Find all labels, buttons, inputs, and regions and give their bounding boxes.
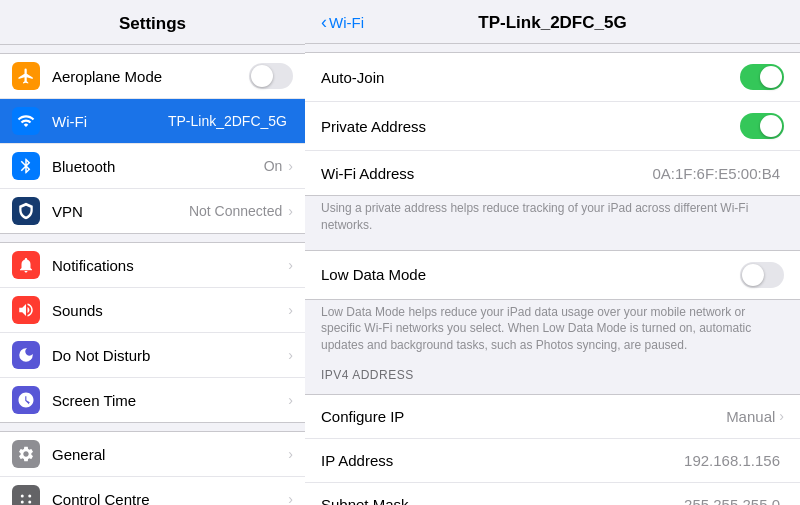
detail-row-lowdata[interactable]: Low Data Mode — [305, 251, 800, 299]
donotdisturb-chevron: › — [288, 347, 293, 363]
bluetooth-chevron: › — [288, 158, 293, 174]
settings-group-connectivity: Aeroplane Mode Wi-Fi TP-Link_2DFC_5G Blu… — [0, 53, 305, 234]
controlcentre-chevron: › — [288, 491, 293, 505]
autojoin-label: Auto-Join — [321, 69, 740, 86]
autojoin-toggle[interactable] — [740, 64, 784, 90]
back-label: Wi-Fi — [329, 14, 364, 31]
sidebar-item-wifi[interactable]: Wi-Fi TP-Link_2DFC_5G — [0, 99, 305, 144]
right-content: Auto-Join Private Address Wi-Fi Address … — [305, 44, 800, 505]
right-title: TP-Link_2DFC_5G — [478, 13, 626, 33]
subnetmask-label: Subnet Mask — [321, 496, 684, 505]
wifiaddress-desc: Using a private address helps reduce tra… — [305, 196, 800, 242]
svg-point-2 — [21, 501, 24, 504]
notifications-label: Notifications — [52, 257, 288, 274]
notifications-icon — [12, 251, 40, 279]
vpn-chevron: › — [288, 203, 293, 219]
aeroplane-icon — [12, 62, 40, 90]
wifi-icon — [12, 107, 40, 135]
back-button[interactable]: ‹ Wi-Fi — [321, 12, 364, 33]
sounds-label: Sounds — [52, 302, 288, 319]
detail-row-autojoin[interactable]: Auto-Join — [305, 53, 800, 102]
back-chevron-icon: ‹ — [321, 12, 327, 33]
svg-point-0 — [21, 495, 24, 498]
settings-title: Settings — [0, 0, 305, 45]
configureip-label: Configure IP — [321, 408, 726, 425]
controlcentre-label: Control Centre — [52, 491, 288, 506]
sidebar-item-donotdisturb[interactable]: Do Not Disturb › — [0, 333, 305, 378]
svg-point-1 — [28, 495, 31, 498]
sidebar-item-sounds[interactable]: Sounds › — [0, 288, 305, 333]
sounds-icon — [12, 296, 40, 324]
sidebar-item-aeroplane[interactable]: Aeroplane Mode — [0, 54, 305, 99]
ipv4-header: IPV4 ADDRESS — [305, 362, 800, 386]
screentime-label: Screen Time — [52, 392, 288, 409]
right-header: ‹ Wi-Fi TP-Link_2DFC_5G — [305, 0, 800, 44]
right-panel: ‹ Wi-Fi TP-Link_2DFC_5G Auto-Join Privat… — [305, 0, 800, 505]
settings-group-notifications: Notifications › Sounds › Do Not Disturb … — [0, 242, 305, 423]
aeroplane-toggle[interactable] — [249, 63, 293, 89]
controlcentre-icon — [12, 485, 40, 505]
sidebar-item-general[interactable]: General › — [0, 432, 305, 477]
settings-group-general: General › Control Centre › Display & Bri… — [0, 431, 305, 505]
moon-icon — [12, 341, 40, 369]
vpn-icon — [12, 197, 40, 225]
detail-row-privateaddress[interactable]: Private Address — [305, 102, 800, 151]
wifiaddress-label: Wi-Fi Address — [321, 165, 652, 182]
sidebar-item-vpn[interactable]: VPN Not Connected › — [0, 189, 305, 233]
general-icon — [12, 440, 40, 468]
screentime-chevron: › — [288, 392, 293, 408]
general-chevron: › — [288, 446, 293, 462]
bluetooth-value: On — [264, 158, 283, 174]
aeroplane-label: Aeroplane Mode — [52, 68, 249, 85]
vpn-value: Not Connected — [189, 203, 282, 219]
configureip-chevron: › — [779, 408, 784, 424]
sidebar-item-screentime[interactable]: Screen Time › — [0, 378, 305, 422]
sidebar-item-controlcentre[interactable]: Control Centre › — [0, 477, 305, 505]
lowdata-label: Low Data Mode — [321, 266, 740, 283]
detail-group-lowdata: Low Data Mode — [305, 250, 800, 300]
detail-group-ipv4: Configure IP Manual › IP Address 192.168… — [305, 394, 800, 505]
sidebar-item-bluetooth[interactable]: Bluetooth On › — [0, 144, 305, 189]
sounds-chevron: › — [288, 302, 293, 318]
notifications-chevron: › — [288, 257, 293, 273]
vpn-label: VPN — [52, 203, 189, 220]
detail-row-configureip[interactable]: Configure IP Manual › — [305, 395, 800, 439]
svg-point-3 — [28, 501, 31, 504]
lowdata-toggle[interactable] — [740, 262, 784, 288]
donotdisturb-label: Do Not Disturb — [52, 347, 288, 364]
privateaddress-toggle[interactable] — [740, 113, 784, 139]
sidebar-item-notifications[interactable]: Notifications › — [0, 243, 305, 288]
subnetmask-value: 255.255.255.0 — [684, 496, 780, 505]
detail-row-ipaddress: IP Address 192.168.1.156 — [305, 439, 800, 483]
detail-row-subnetmask: Subnet Mask 255.255.255.0 — [305, 483, 800, 505]
privateaddress-label: Private Address — [321, 118, 740, 135]
wifi-value: TP-Link_2DFC_5G — [168, 113, 287, 129]
left-panel: Settings Aeroplane Mode Wi-Fi TP-Link_2D… — [0, 0, 305, 505]
ipaddress-label: IP Address — [321, 452, 684, 469]
wifiaddress-value: 0A:1F:6F:E5:00:B4 — [652, 165, 780, 182]
configureip-value: Manual — [726, 408, 775, 425]
general-label: General — [52, 446, 288, 463]
detail-row-wifiaddress: Wi-Fi Address 0A:1F:6F:E5:00:B4 — [305, 151, 800, 195]
detail-group-autojoin: Auto-Join Private Address Wi-Fi Address … — [305, 52, 800, 196]
bluetooth-label: Bluetooth — [52, 158, 264, 175]
bluetooth-icon — [12, 152, 40, 180]
screentime-icon — [12, 386, 40, 414]
wifi-label: Wi-Fi — [52, 113, 168, 130]
ipaddress-value: 192.168.1.156 — [684, 452, 780, 469]
lowdata-desc: Low Data Mode helps reduce your iPad dat… — [305, 300, 800, 362]
